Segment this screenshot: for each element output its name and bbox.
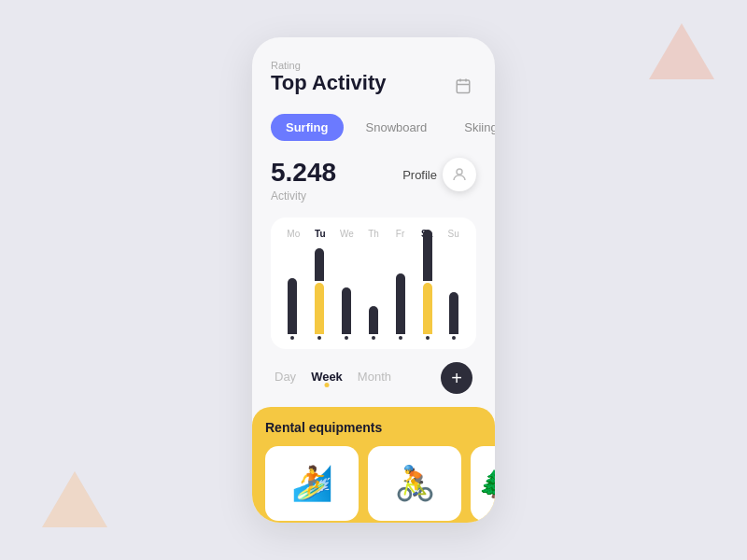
rental-tree-illustration: 🌲	[478, 469, 496, 499]
svg-marker-1	[42, 471, 107, 527]
chart-days: Mo Tu We Th Fr Sa Su	[280, 229, 467, 239]
bar-sa	[418, 230, 437, 340]
rental-title: Rental equipments	[265, 420, 482, 435]
period-row: Day Week Month +	[271, 349, 476, 407]
bar-sa-dot	[426, 336, 430, 340]
stats-row: 5.248 Activity Profile	[271, 158, 476, 203]
profile-label: Profile	[402, 168, 437, 182]
header-text: Rating Top Activity	[271, 60, 386, 95]
svg-point-6	[457, 169, 462, 175]
chart-day-we: We	[337, 229, 356, 239]
main-card: Rating Top Activity Surfing Snowboard Sk…	[252, 37, 495, 523]
chart-section: Mo Tu We Th Fr Sa Su	[271, 217, 476, 349]
bg-decoration-top-right	[644, 19, 719, 84]
bar-fr-dot	[399, 336, 402, 340]
bar-we	[337, 287, 356, 340]
period-tab-month[interactable]: Month	[358, 370, 391, 387]
avatar[interactable]	[443, 158, 476, 191]
bar-th	[364, 306, 383, 340]
bar-fr-dark	[396, 273, 405, 334]
chart-day-su: Su	[444, 229, 463, 239]
bg-decoration-bottom-left	[37, 467, 112, 532]
svg-marker-0	[649, 23, 714, 79]
card-header: Rating Top Activity	[271, 60, 476, 99]
rental-section: Rental equipments 🏄 🚴 🌲	[252, 407, 495, 523]
rental-card-surf[interactable]: 🏄	[265, 446, 359, 521]
bar-we-dark	[342, 287, 351, 334]
bar-sa-dark	[423, 230, 432, 281]
svg-rect-2	[457, 80, 470, 93]
activity-value: 5.248	[271, 158, 336, 188]
period-tabs: Day Week Month	[275, 370, 391, 387]
bar-sa-yellow	[423, 283, 432, 334]
bar-su-dot	[452, 336, 456, 340]
tab-surfing[interactable]: Surfing	[271, 114, 344, 141]
activity-tabs: Surfing Snowboard Skiing	[271, 114, 476, 141]
bar-mo	[283, 278, 302, 340]
add-button[interactable]: +	[441, 362, 472, 394]
chart-day-th: Th	[364, 229, 383, 239]
calendar-icon[interactable]	[450, 73, 476, 99]
bar-mo-dot	[290, 336, 294, 340]
chart-day-mo: Mo	[284, 229, 303, 239]
period-tab-week[interactable]: Week	[311, 370, 343, 387]
rental-card-tree[interactable]: 🌲	[471, 446, 495, 521]
rental-bike-illustration: 🚴	[394, 464, 436, 503]
tab-skiing[interactable]: Skiing	[449, 114, 495, 141]
rental-cards: 🏄 🚴 🌲	[265, 446, 482, 521]
bar-tu-dot	[317, 336, 321, 340]
activity-stats: 5.248 Activity	[271, 158, 336, 203]
bar-we-dot	[345, 336, 348, 340]
chart-day-fr: Fr	[391, 229, 410, 239]
rental-card-bike[interactable]: 🚴	[368, 446, 461, 521]
bar-th-dark	[369, 306, 378, 334]
bar-su-dark	[449, 292, 458, 334]
bar-tu-dark	[315, 248, 324, 281]
bar-tu-yellow	[315, 283, 324, 334]
bar-fr	[391, 273, 410, 340]
period-tab-day[interactable]: Day	[275, 370, 296, 387]
rental-surf-illustration: 🏄	[291, 464, 333, 503]
bar-tu	[310, 248, 329, 340]
page-title: Top Activity	[271, 71, 386, 95]
profile-section: Profile	[402, 158, 476, 191]
bar-th-dot	[372, 336, 375, 340]
bar-su	[444, 292, 463, 340]
activity-label: Activity	[271, 189, 336, 203]
chart-bars	[280, 246, 467, 340]
tab-snowboard[interactable]: Snowboard	[351, 114, 443, 141]
chart-day-tu: Tu	[311, 229, 330, 239]
bar-mo-dark	[288, 278, 297, 334]
rating-label: Rating	[271, 60, 386, 71]
